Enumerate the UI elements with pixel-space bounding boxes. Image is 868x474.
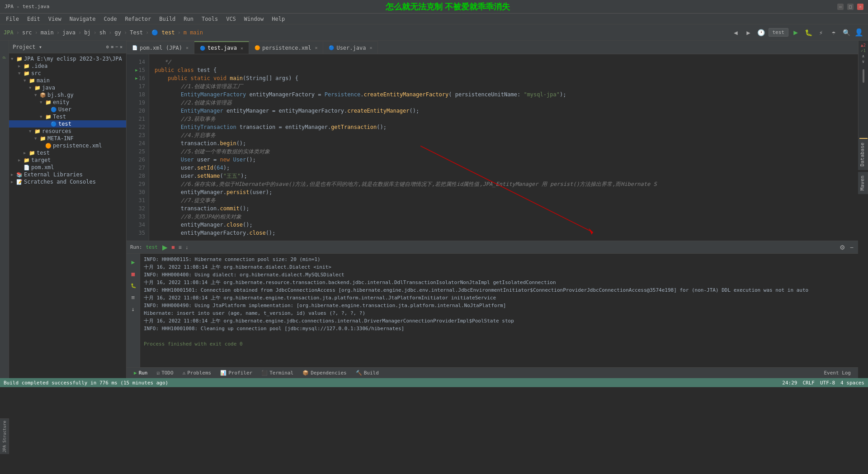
run-button[interactable]: ▶ <box>790 27 801 38</box>
coverage-button[interactable]: ☂ <box>828 27 839 38</box>
test-tab-close[interactable]: ✕ <box>241 46 243 51</box>
menu-item-build[interactable]: Build <box>156 15 179 23</box>
bottom-tab-todo[interactable]: ☑ TODO <box>153 369 177 377</box>
menu-item-window[interactable]: Window <box>241 15 267 23</box>
tab-persistence-xml[interactable]: 🟠 persistence.xml ✕ <box>249 41 323 54</box>
filter-output-button[interactable]: ≡ <box>178 243 183 251</box>
minimize-button[interactable]: — <box>837 4 844 10</box>
bottom-tab-problems[interactable]: ⚠ Problems <box>179 369 215 377</box>
menu-item-vcs[interactable]: VCS <box>222 15 240 23</box>
maven-panel-tab[interactable]: Maven <box>858 172 868 194</box>
maximize-button[interactable]: □ <box>847 4 854 10</box>
tree-item-ext-libs[interactable]: ▶ 📚 External Libraries <box>9 171 126 178</box>
user-label: User <box>58 106 71 113</box>
tree-item-meta-inf[interactable]: ▼ 📁 META-INF <box>9 135 126 142</box>
right-sidebar: ▲2 ✓1 ∧ ∨ Database Maven <box>858 41 868 378</box>
scroll-indicator <box>863 69 864 83</box>
tree-arrow-main: ▼ <box>24 78 29 83</box>
run-side-filter[interactable]: ≡ <box>128 292 138 302</box>
tree-item-enity[interactable]: ▼ 📁 enity <box>9 99 126 106</box>
menu-item-file[interactable]: File <box>2 15 23 23</box>
project-header-icons: ⚙ ≡ − ✕ <box>106 44 123 49</box>
tree-item-idea[interactable]: ▶ 📁 .idea <box>9 62 126 70</box>
menu-item-code[interactable]: Code <box>100 15 121 23</box>
menu-item-tools[interactable]: Tools <box>198 15 222 23</box>
code-content[interactable]: */ public class test { public static voi… <box>149 54 858 241</box>
down-nav[interactable]: ∨ <box>862 59 864 64</box>
run-side-rerun[interactable]: ▶ <box>128 257 138 267</box>
run-config-selector[interactable]: test <box>769 28 789 37</box>
rerun-button[interactable]: ▶ <box>161 242 169 252</box>
code-editor[interactable]: 14 ▶15 ▶16 17 18 19 20 21 22 23 24 25 26… <box>127 54 858 241</box>
run-side-stop[interactable]: ■ <box>128 269 138 279</box>
menu-item-edit[interactable]: Edit <box>24 15 44 23</box>
pom-tab-close[interactable]: ✕ <box>186 45 189 50</box>
run-minimize-button[interactable]: − <box>849 243 854 252</box>
bottom-tab-run[interactable]: ▶ Run <box>130 369 151 377</box>
tab-pom-xml[interactable]: 📄 pom.xml (JPA) ✕ <box>127 41 194 54</box>
indent-size[interactable]: 4 spaces <box>840 380 864 386</box>
project-icon-gear[interactable]: ⚙ <box>106 44 109 49</box>
project-icon-layout[interactable]: ≡ <box>111 44 113 49</box>
up-nav[interactable]: ∧ <box>862 54 864 58</box>
toolbar-test-class: 🔵 test <box>151 29 175 36</box>
menu-item-view[interactable]: View <box>45 15 65 23</box>
user-tab-close[interactable]: ✕ <box>369 45 372 50</box>
tree-arrow-test-class: ▶ <box>45 122 51 126</box>
tree-item-test-folder[interactable]: ▼ 📁 Test <box>9 113 126 120</box>
run-sidebar: ▶ ■ 🐛 ≡ ↓ <box>127 254 140 367</box>
charset[interactable]: UTF-8 <box>820 380 835 386</box>
run-side-scroll[interactable]: ↓ <box>128 304 138 314</box>
bottom-tab-terminal[interactable]: ⬛ Terminal <box>258 369 297 377</box>
menu-item-run[interactable]: Run <box>180 15 197 23</box>
menu-item-navigate[interactable]: Navigate <box>66 15 99 23</box>
scroll-end-button[interactable]: ↓ <box>184 243 189 251</box>
tree-item-pom[interactable]: ▶ 📄 pom.xml <box>9 164 126 171</box>
tree-item-scratches[interactable]: ▶ 📝 Scratches and Consoles <box>9 178 126 185</box>
project-icon-collapse[interactable]: − <box>115 44 118 49</box>
tab-test-java[interactable]: 🔵 test.java ✕ <box>194 41 249 54</box>
bottom-tab-dependencies[interactable]: 📦 Dependencies <box>299 369 350 377</box>
project-title: Project ▾ <box>13 44 42 50</box>
tree-item-src[interactable]: ▼ 📁 src <box>9 70 126 77</box>
recent-files-button[interactable]: 🕐 <box>756 27 767 38</box>
search-everywhere-button[interactable]: 🔍 <box>841 27 852 38</box>
database-panel-tab[interactable]: Database <box>858 139 868 170</box>
profile-button[interactable]: ⚡ <box>816 27 826 38</box>
idea-label: .idea <box>31 63 47 69</box>
project-icon-close[interactable]: ✕ <box>120 44 123 49</box>
tree-item-java[interactable]: ▼ 📁 java <box>9 84 126 91</box>
menu-item-help[interactable]: Help <box>268 15 288 23</box>
tree-item-main[interactable]: ▼ 📁 main <box>9 77 126 84</box>
tab-user-java[interactable]: 🔵 User.java ✕ <box>323 41 378 54</box>
tree-item-persistence[interactable]: ▶ 🟠 persistence.xml <box>9 142 126 149</box>
line-ending[interactable]: CRLF <box>802 380 815 386</box>
tree-item-package[interactable]: ▼ 📦 bj.sh.gy <box>9 91 126 99</box>
tree-item-target[interactable]: ▶ 📁 target <box>9 156 126 164</box>
tree-item-test-class[interactable]: ▶ 🔵 test <box>9 120 126 128</box>
back-button[interactable]: ◀ <box>731 27 741 38</box>
tree-item-resources[interactable]: ▼ 📁 resources <box>9 128 126 135</box>
ln-33: 33 <box>127 213 145 221</box>
stop-button[interactable]: ■ <box>170 243 176 251</box>
run-output[interactable]: INFO: HHH000115: Hibernate connection po… <box>140 254 858 367</box>
run-log-2: 十月 16, 2022 11:08:14 上午 org.hibernate.di… <box>144 263 854 271</box>
persistence-tab-close[interactable]: ✕ <box>315 45 317 50</box>
error-indicator: ▲2 <box>861 43 866 47</box>
tree-item-jpa[interactable]: ▼ 📁 JPA E:\my eclisp 2022-3-23\JPA <box>9 55 126 62</box>
forward-button[interactable]: ▶ <box>743 27 754 38</box>
bottom-tab-build[interactable]: 🔨 Build <box>352 369 382 377</box>
debug-button[interactable]: 🐛 <box>803 27 814 38</box>
jpa-structure-tab[interactable]: JPA Structure <box>2 421 7 452</box>
cursor-position[interactable]: 24:29 <box>782 380 797 386</box>
tree-item-user[interactable]: ▶ 🔵 User <box>9 106 126 113</box>
menu-item-refactor[interactable]: Refactor <box>121 15 155 23</box>
run-side-debug[interactable]: 🐛 <box>128 280 138 290</box>
run-settings-button[interactable]: ⚙ <box>839 243 846 252</box>
settings-button[interactable]: 👤 <box>854 27 864 38</box>
project-icon[interactable]: P <box>1 44 8 71</box>
bottom-event-log[interactable]: Event Log <box>820 369 854 377</box>
bottom-tab-profiler[interactable]: 📊 Profiler <box>217 369 256 377</box>
tree-item-test2[interactable]: ▶ 📁 test <box>9 149 126 156</box>
close-button[interactable]: ✕ <box>857 4 863 10</box>
